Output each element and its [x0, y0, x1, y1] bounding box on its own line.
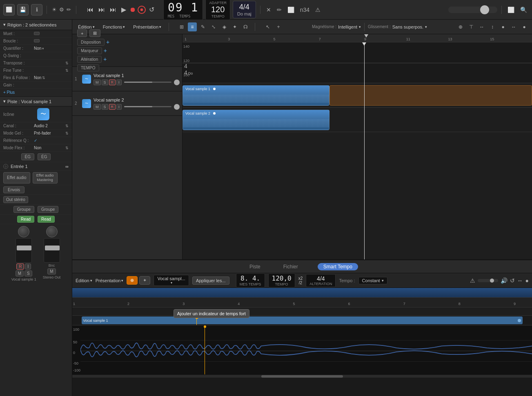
record2-btn[interactable]: ⏺ — [138, 6, 146, 14]
strip2-fader[interactable] — [44, 238, 60, 263]
track2-i-btn[interactable]: I — [116, 104, 122, 110]
eq-btn-1[interactable]: ÉG — [21, 153, 34, 160]
track2-s-btn[interactable]: S — [102, 104, 108, 110]
track2-vol-knob[interactable] — [174, 104, 180, 110]
rewind-btn[interactable]: ⏮ — [85, 5, 95, 14]
pencil-icon[interactable]: ✏ — [275, 5, 283, 15]
marqueur-btn[interactable]: Marqueur — [77, 47, 102, 54]
display-icon2[interactable]: ⚙ — [58, 6, 65, 13]
st-tab-piste[interactable]: Piste — [246, 263, 264, 270]
align-icon[interactable]: ⊤ — [467, 22, 476, 31]
magnet-value[interactable]: Intelligent — [338, 24, 357, 29]
muet-toggle[interactable] — [34, 32, 40, 35]
boucle-toggle[interactable] — [34, 39, 40, 42]
strip2-m-btn[interactable]: M — [47, 268, 56, 274]
save-icon[interactable]: ⬜ — [3, 4, 15, 15]
add-disposition-btn[interactable]: + — [106, 39, 109, 46]
st-expand-icon[interactable]: ↔ — [517, 277, 523, 284]
effet-audio-btn-2[interactable]: Effet audioMastering — [33, 172, 58, 184]
plus-btn[interactable]: + Plus — [3, 90, 15, 95]
glissement-value[interactable]: Sans superpos. — [392, 24, 423, 29]
eq-btn-2[interactable]: ÉG — [38, 153, 51, 160]
groupe-btn-2[interactable]: Groupe — [38, 206, 58, 213]
flex-view-btn[interactable]: ⤡ — [209, 22, 218, 31]
st-tempo-mode[interactable]: Constant ▾ — [358, 277, 387, 284]
track-options-btn[interactable]: ⊞ — [89, 29, 100, 37]
record-btn[interactable]: ⏺ — [129, 6, 136, 13]
track2-region-blue[interactable]: Vocal sample 2 — [183, 110, 329, 130]
st-warn-icon[interactable]: ⚠ — [470, 277, 475, 284]
loop-btn[interactable]: ↺ — [147, 5, 156, 14]
effet-audio-btn-1[interactable]: Effet audio — [3, 172, 30, 184]
track-collapse[interactable]: ▾ — [3, 99, 6, 104]
width-icon[interactable]: ↔ — [509, 22, 518, 31]
st-speaker-icon[interactable]: 🔊 — [501, 277, 508, 284]
flex-tool-btn[interactable]: ☊ — [241, 22, 250, 31]
fast-forward-btn[interactable]: ⏭ — [97, 5, 107, 14]
presentation-menu[interactable]: Présentation ▾ — [131, 24, 164, 30]
track1-vol-knob[interactable] — [174, 80, 180, 85]
finetune-spinner[interactable]: ⇅ — [65, 69, 69, 73]
st-presentation-menu[interactable]: Présentation ▾ — [96, 278, 124, 283]
quantifier-value[interactable]: Non — [34, 46, 41, 51]
strip2-knob[interactable] — [46, 226, 58, 237]
mode-gel-value[interactable]: Pré-fader — [34, 131, 51, 135]
st-region-block[interactable]: Vocal sample 1 — [82, 316, 523, 324]
st-edition-menu[interactable]: Édition ▾ — [76, 278, 92, 283]
master-volume-slider[interactable] — [448, 7, 497, 13]
envois-btn[interactable]: Envois — [3, 186, 24, 193]
disposition-btn[interactable]: Disposition — [77, 39, 105, 46]
region-collapse[interactable]: ▾ — [3, 22, 6, 27]
groupe-btn-1[interactable]: Groupe — [13, 206, 34, 213]
n34-icon[interactable]: n34 — [298, 5, 311, 15]
flex-value[interactable]: Non — [34, 75, 41, 80]
disk-icon[interactable]: 💾 — [17, 4, 29, 15]
box-icon[interactable]: ⬜ — [286, 5, 296, 15]
mixer-icon[interactable]: ⊕ — [456, 22, 465, 31]
play-btn[interactable]: ▶ — [120, 5, 128, 14]
read-btn-1[interactable]: Read — [17, 216, 34, 223]
track1-region-orange[interactable] — [329, 85, 532, 106]
track1-i-btn[interactable]: I — [116, 80, 122, 85]
track1-s-btn[interactable]: S — [102, 80, 108, 85]
info-icon[interactable]: ℹ — [31, 4, 42, 15]
diamond-view-btn[interactable]: ◈ — [220, 22, 229, 31]
expand2-icon[interactable]: ↕ — [488, 22, 497, 31]
track-icon[interactable]: 〜 — [37, 108, 49, 120]
input-value[interactable]: Entrée 1 — [11, 164, 28, 169]
scrollbar-thumb[interactable] — [261, 375, 343, 378]
strip1-fader[interactable] — [16, 238, 32, 263]
add-marqueur-btn[interactable]: + — [104, 47, 107, 54]
list-view-btn[interactable]: ≡ — [188, 22, 197, 31]
display-icon3[interactable]: ✏ — [66, 6, 72, 13]
track1-fader[interactable] — [124, 82, 171, 83]
horizontal-scrollbar[interactable] — [72, 374, 532, 378]
strip1-s-btn[interactable]: S — [24, 270, 32, 277]
st-orange-btn[interactable]: ⊕ — [127, 276, 138, 285]
track2-fader[interactable] — [124, 106, 171, 107]
st-track-select[interactable]: Vocal sampl... ▾ — [154, 275, 189, 286]
circle2-icon[interactable]: ● — [520, 22, 529, 31]
close-icon[interactable]: ✕ — [265, 5, 273, 15]
strip1-i-btn[interactable]: I — [25, 263, 31, 270]
strip1-knob[interactable] — [18, 226, 29, 237]
out-stereo-btn[interactable]: Out stéréo — [3, 196, 28, 203]
track1-region-blue[interactable]: Vocal sample 1 — [183, 85, 329, 106]
circle-icon[interactable]: ● — [499, 22, 508, 31]
strip1-r-btn[interactable]: R — [16, 263, 24, 270]
track2-m-btn[interactable]: M — [93, 104, 101, 110]
grid-view-btn[interactable]: ⊞ — [177, 22, 186, 31]
canal-value[interactable]: Audio 2 — [34, 124, 48, 128]
ref-q-value[interactable]: ✓ — [34, 138, 37, 143]
track1-m-btn[interactable]: M — [93, 80, 101, 85]
alteration-btn[interactable]: Altération — [77, 56, 102, 63]
apply-btn[interactable]: Appliquer les... — [192, 277, 229, 285]
st-tab-smart-tempo[interactable]: Smart Tempo — [318, 263, 358, 270]
mode-flex-value[interactable]: Non — [34, 146, 41, 150]
cursor-btn[interactable]: ↖ — [263, 22, 272, 31]
expand-icon[interactable]: ↔ — [477, 22, 486, 31]
transpose-spinner[interactable]: ⇅ — [65, 61, 69, 65]
read-btn-2[interactable]: Read — [38, 216, 55, 223]
display-icon1[interactable]: ☀ — [51, 6, 58, 13]
track2-r-btn[interactable]: R — [109, 104, 116, 110]
